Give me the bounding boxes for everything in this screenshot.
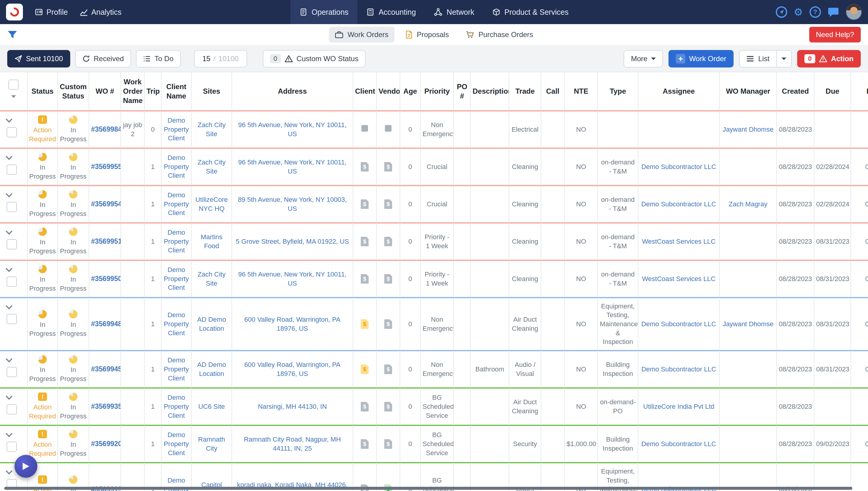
client-attachment-icon[interactable] — [361, 125, 368, 132]
expand-chevron-icon[interactable] — [6, 191, 13, 197]
nav-analytics[interactable]: Analytics — [74, 0, 128, 24]
custom-wo-status-button[interactable]: 0 Custom WO Status — [263, 50, 366, 67]
client-invoice-icon[interactable]: $ — [361, 365, 369, 374]
tab-work-orders[interactable]: Work Orders — [329, 27, 394, 42]
address-link[interactable]: 600 Valley Road, Warrington, PA 18976, U… — [245, 316, 341, 332]
work-order-row[interactable]: In ProgressIn Progress#35699501Demo Prop… — [0, 260, 868, 297]
expand-chevron-icon[interactable] — [6, 265, 13, 272]
work-order-row[interactable]: !Action RequiredIn Progress#35699201Demo… — [0, 425, 868, 462]
client-invoice-icon[interactable]: $ — [361, 274, 369, 284]
row-checkbox[interactable] — [7, 314, 17, 324]
column-header-assignee[interactable]: Assignee — [638, 72, 720, 110]
vendor-invoice-icon[interactable]: $ — [384, 274, 392, 284]
column-header-type[interactable]: Type — [598, 72, 638, 110]
column-header-work-order-name[interactable]: Work Order Name — [121, 72, 145, 110]
address-link[interactable]: Narsingi, MH 44130, IN — [258, 403, 327, 410]
wo-number-link[interactable]: #3569945 — [91, 365, 121, 373]
client-name-link[interactable]: Demo Property Client — [164, 117, 189, 142]
column-header-call[interactable]: Call — [541, 72, 565, 110]
work-order-row[interactable]: !Action RequiredIn Progress#3569984jay j… — [0, 110, 868, 148]
column-header-client-name[interactable]: Client Name — [162, 72, 192, 110]
address-link[interactable]: 96 5th Avenue, New York, NY 10011, US — [238, 158, 346, 175]
address-link[interactable]: Ramnath City Road, Nagpur, MH 44111, IN,… — [244, 436, 341, 452]
assignee-link[interactable]: WestCoast Services LLC — [642, 238, 716, 245]
work-order-row[interactable]: In ProgressIn Progress#35699451Demo Prop… — [0, 350, 868, 387]
column-header-created[interactable]: Created — [777, 72, 814, 110]
work-order-row[interactable]: In ProgressIn Progress#35699551Demo Prop… — [0, 148, 868, 185]
tab-network[interactable]: Network — [425, 0, 483, 24]
assignee-link[interactable]: Demo Subcontractor LLC — [641, 163, 716, 171]
address-link[interactable]: 5 Grove Street, Byfield, MA 01922, US — [236, 238, 349, 245]
user-avatar[interactable] — [846, 4, 862, 20]
tab-accounting[interactable]: Accounting — [358, 0, 425, 24]
client-name-link[interactable]: Demo Property Client — [164, 311, 189, 337]
column-header-due[interactable]: Due — [814, 72, 851, 110]
client-invoice-icon[interactable]: $ — [361, 237, 369, 247]
expand-chevron-icon[interactable] — [6, 228, 13, 235]
client-name-link[interactable]: Demo Property Client — [164, 431, 189, 456]
row-checkbox[interactable] — [7, 277, 17, 287]
column-header-e[interactable]: E — [851, 72, 868, 110]
need-help-button[interactable]: Need Help? — [809, 27, 861, 42]
chat-icon[interactable] — [828, 7, 839, 18]
client-name-link[interactable]: Demo Property Client — [164, 229, 189, 254]
column-header-client[interactable]: Client — [353, 72, 377, 110]
wo-number-link[interactable]: #3569920 — [91, 440, 121, 447]
received-button[interactable]: Received — [75, 50, 131, 67]
assignee-link[interactable]: UtilizeCore India Pvt Ltd — [643, 403, 714, 410]
gear-icon[interactable]: ⚙ — [794, 7, 803, 17]
chat-widget-button[interactable] — [15, 455, 37, 478]
expand-chevron-icon[interactable] — [6, 302, 13, 309]
select-menu-caret-icon[interactable] — [11, 95, 16, 98]
wo-number-link[interactable]: #3569954 — [91, 200, 121, 208]
tab-product-services[interactable]: Product & Services — [483, 0, 578, 24]
site-link[interactable]: Martins Food — [201, 233, 222, 250]
column-header-wo[interactable]: WO # — [89, 72, 121, 110]
app-logo[interactable] — [6, 4, 23, 21]
row-checkbox[interactable] — [7, 442, 17, 452]
column-header-po[interactable]: PO # — [454, 72, 471, 110]
wo-number-link[interactable]: #3569950 — [91, 275, 121, 283]
row-checkbox[interactable] — [7, 127, 17, 137]
site-link[interactable]: UC6 Site — [198, 403, 225, 410]
work-order-row[interactable]: In ProgressIn Progress#35699481Demo Prop… — [0, 297, 868, 350]
column-header-trade[interactable]: Trade — [509, 72, 541, 110]
client-invoice-icon[interactable]: $ — [361, 319, 369, 329]
list-view-caret[interactable] — [776, 51, 791, 67]
vendor-invoice-icon[interactable]: $ — [384, 439, 392, 449]
expand-chevron-icon[interactable] — [6, 468, 13, 475]
client-name-link[interactable]: Demo Property Client — [164, 394, 189, 419]
column-header-status[interactable]: Status — [28, 72, 58, 110]
assignee-link[interactable]: Demo Subcontractor LLC — [641, 320, 716, 328]
row-checkbox[interactable] — [7, 202, 17, 212]
assignee-link[interactable]: Demo Subcontractor LLC — [641, 440, 716, 447]
help-icon[interactable]: ? — [810, 6, 821, 18]
work-order-row[interactable]: In ProgressIn Progress#35699511Demo Prop… — [0, 222, 868, 260]
horizontal-scrollbar[interactable] — [4, 487, 852, 490]
wo-number-link[interactable]: #3569955 — [91, 163, 121, 171]
vendor-invoice-icon[interactable]: $ — [384, 237, 392, 247]
row-checkbox[interactable] — [7, 165, 17, 175]
address-link[interactable]: 96 5th Avenue, New York, NY 10011, US — [238, 270, 346, 287]
vendor-invoice-icon[interactable]: $ — [384, 402, 392, 411]
site-link[interactable]: Ramnath City — [198, 436, 225, 452]
site-link[interactable]: AD Demo Location — [197, 361, 226, 377]
address-link[interactable]: 600 Valley Road, Warrington, PA 18976, U… — [245, 361, 341, 377]
column-header-vendor[interactable]: Vendor — [377, 72, 400, 110]
wo-number-link[interactable]: #3569951 — [91, 237, 121, 245]
filter-icon[interactable] — [7, 30, 18, 39]
vendor-invoice-icon[interactable]: $ — [384, 319, 392, 329]
site-link[interactable]: Zach City Site — [198, 121, 226, 138]
expand-chevron-icon[interactable] — [6, 430, 13, 437]
client-invoice-icon[interactable]: $ — [361, 162, 369, 172]
list-view-button[interactable]: List — [739, 50, 792, 67]
address-link[interactable]: 89 5th Avenue, New York, NY 10003, US — [238, 196, 346, 212]
client-name-link[interactable]: Demo Property Client — [164, 154, 189, 179]
vendor-invoice-icon[interactable]: $ — [384, 365, 392, 374]
wo-number-link[interactable]: #3569984 — [91, 125, 121, 133]
wo-manager-link[interactable]: Jaywant Dhomse — [723, 320, 774, 328]
client-invoice-icon[interactable]: $ — [361, 402, 369, 411]
sent-button[interactable]: Sent 10100 — [7, 50, 70, 67]
column-header-custom-status[interactable]: Custom Status — [58, 72, 89, 110]
vendor-attachment-icon[interactable] — [385, 125, 392, 132]
